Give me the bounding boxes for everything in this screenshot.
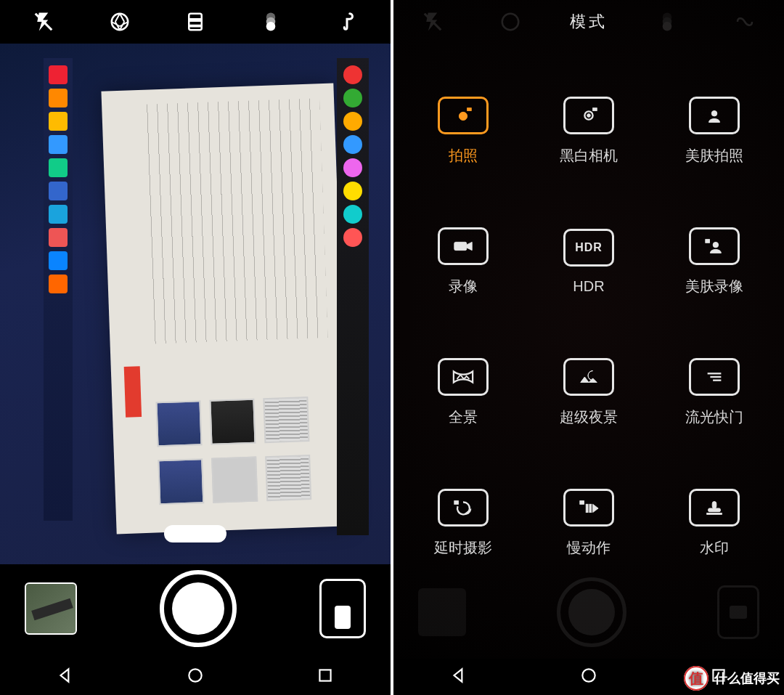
- flash-off-icon[interactable]: [23, 1, 64, 42]
- svg-point-24: [713, 242, 719, 248]
- svg-rect-31: [589, 504, 592, 512]
- switch-camera-button[interactable]: [319, 579, 366, 638]
- filter-icon[interactable]: [175, 1, 216, 42]
- mode-hdr[interactable]: HDR HDR: [526, 196, 652, 327]
- camera-top-toolbar: [0, 0, 391, 44]
- camera-viewfinder-screen: [0, 0, 391, 695]
- mode-monochrome[interactable]: 黑白相机: [526, 65, 652, 196]
- switch-camera-button: [717, 585, 759, 639]
- portrait-icon: [703, 107, 725, 124]
- stack-icon: [647, 1, 687, 42]
- mode-label: 延时摄影: [434, 538, 492, 558]
- nav-back-button[interactable]: [449, 666, 468, 688]
- modes-grid: 拍照 黑白相机 美肤拍照 录像 HDR HDR 美肤录像: [393, 65, 784, 601]
- panorama-icon: [452, 368, 474, 386]
- mode-beauty-video[interactable]: 美肤录像: [651, 196, 777, 327]
- mode-label: 黑白相机: [560, 146, 618, 166]
- svg-point-35: [582, 669, 595, 681]
- video-icon: [452, 237, 474, 255]
- mode-label: 超级夜景: [560, 407, 618, 427]
- modes-topbar: 模式: [393, 0, 784, 44]
- android-navbar: [0, 659, 391, 695]
- svg-rect-28: [454, 500, 459, 504]
- svg-rect-34: [706, 513, 722, 514]
- mode-label: 录像: [449, 277, 478, 296]
- shutter-button[interactable]: [160, 570, 237, 647]
- mode-night[interactable]: 超级夜景: [526, 327, 652, 458]
- stack-icon[interactable]: [250, 1, 291, 42]
- svg-rect-33: [708, 508, 720, 511]
- shutter-button: [557, 577, 626, 647]
- svg-point-19: [587, 113, 591, 117]
- svg-rect-29: [580, 500, 584, 504]
- mode-light-paint[interactable]: 流光快门: [651, 327, 777, 458]
- mode-label: 流光快门: [685, 407, 743, 427]
- svg-rect-20: [593, 107, 597, 110]
- loop-icon: [724, 1, 765, 42]
- svg-point-11: [502, 14, 519, 31]
- svg-rect-23: [705, 239, 709, 243]
- autofocus-indicator: [164, 525, 226, 542]
- mode-label: 美肤拍照: [685, 146, 743, 166]
- svg-rect-22: [454, 242, 467, 250]
- nav-home-button[interactable]: [186, 666, 205, 688]
- hdr-icon: HDR: [575, 241, 603, 254]
- svg-rect-17: [467, 107, 472, 110]
- ghost-bottom-toolbar: [393, 569, 784, 656]
- stamp-icon: [703, 499, 725, 516]
- svg-point-8: [189, 669, 201, 681]
- svg-point-7: [266, 22, 276, 31]
- mode-beauty-photo[interactable]: 美肤拍照: [651, 65, 777, 196]
- mode-panorama[interactable]: 全景: [401, 327, 526, 458]
- svg-rect-32: [712, 501, 716, 508]
- mode-label: 慢动作: [567, 538, 611, 558]
- aperture-icon: [490, 1, 531, 42]
- smzdm-badge-icon: 值: [684, 666, 709, 691]
- camera-bottom-toolbar: [0, 561, 391, 656]
- smzdm-text: 什么值得买: [714, 670, 780, 687]
- svg-rect-4: [189, 25, 202, 28]
- svg-point-16: [460, 112, 467, 120]
- mode-label: 全景: [449, 407, 478, 427]
- nav-home-button[interactable]: [579, 666, 598, 688]
- svg-point-14: [662, 22, 671, 31]
- night-icon: [578, 368, 600, 386]
- mode-label: 水印: [700, 538, 729, 558]
- timelapse-icon: [452, 499, 474, 516]
- hook-icon[interactable]: [327, 1, 367, 42]
- light-trail-icon: [703, 368, 725, 386]
- smzdm-watermark: 值 什么值得买: [684, 666, 780, 691]
- modes-title: 模式: [570, 11, 608, 33]
- aperture-icon[interactable]: [99, 1, 140, 42]
- browser-sidebar-preview: [337, 58, 369, 535]
- desktop-taskbar-preview: [44, 58, 73, 521]
- gallery-thumbnail[interactable]: [25, 582, 77, 635]
- slowmo-icon: [578, 499, 600, 516]
- portrait-video-icon: [703, 237, 725, 255]
- camera-modes-screen: 模式 拍照 黑白相机 美肤拍照 录像 HDR HDR: [393, 0, 784, 695]
- mode-label: HDR: [573, 278, 604, 295]
- viewfinder[interactable]: [0, 44, 391, 564]
- svg-rect-30: [586, 504, 588, 512]
- mode-photo[interactable]: 拍照: [401, 65, 526, 196]
- svg-point-1: [111, 14, 128, 31]
- mode-label: 美肤录像: [685, 277, 743, 296]
- nav-recent-button[interactable]: [316, 666, 335, 688]
- svg-rect-9: [320, 670, 331, 680]
- mode-video[interactable]: 录像: [401, 196, 526, 327]
- camera-bw-icon: [578, 107, 600, 124]
- camera-icon: [452, 107, 474, 124]
- svg-rect-3: [189, 18, 202, 22]
- nav-back-button[interactable]: [56, 666, 75, 688]
- mode-label: 拍照: [449, 146, 478, 166]
- svg-point-21: [711, 110, 717, 116]
- gallery-thumbnail: [418, 588, 466, 636]
- document-preview: [101, 84, 348, 535]
- flash-off-icon: [412, 1, 453, 42]
